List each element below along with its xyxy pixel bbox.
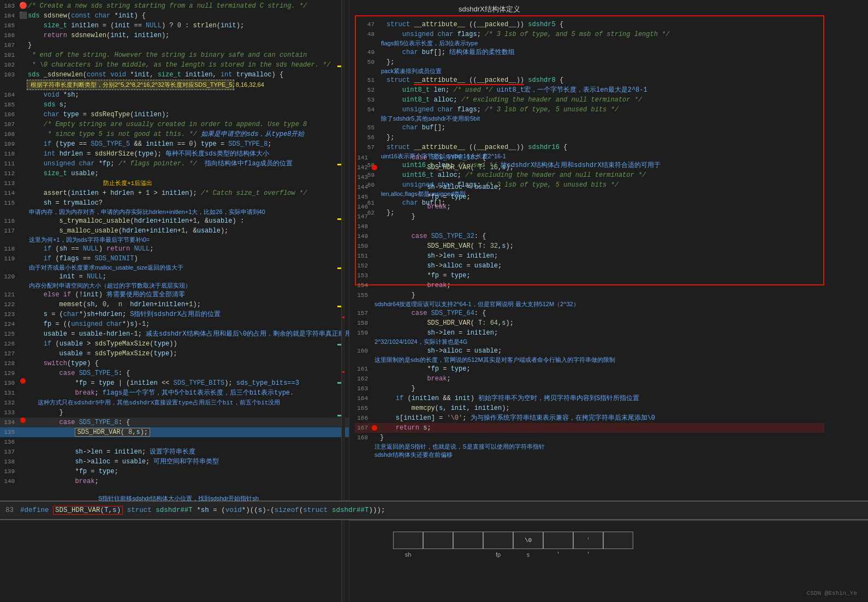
line-num-124: 124: [0, 319, 19, 329]
code-line-130: 130 *fp = type | (initlen << SDS_TYPE_BI…: [0, 378, 349, 388]
code-line-101: 101 * end of the string. However the str…: [0, 50, 349, 60]
rline-159: 159 sh->len = initlen;: [355, 328, 824, 338]
memory-diagram: \0 ' sh fp s ' ': [349, 520, 868, 602]
rgutter-55: [378, 123, 384, 133]
line-num-140: 140: [0, 476, 19, 486]
rcontent-48: unsigned char flags; /* 3 lsb of type, a…: [384, 29, 818, 39]
yellow-mark-1: [337, 65, 341, 67]
rgutter-57: [378, 142, 384, 152]
rnum-56: 56: [361, 133, 378, 142]
code-line-132: 132 这种方式只在sdshdr5中用，其他sdshdrX直接设置type占用后…: [0, 398, 349, 408]
code-line-i186: 186 char type = sdsReqType(initlen);: [0, 110, 349, 120]
code-content-123: s = (char*)sh+hdrlen; S指针到sdshdrX占用后的位置: [27, 309, 349, 319]
code-line-118: 118 if (sh == NULL) return NULL;: [0, 244, 349, 254]
rnum-53: 53: [361, 95, 378, 105]
code-content-116: s_trymalloc_usable(hdrlen+initlen+1, &us…: [27, 216, 349, 226]
rcontent-168: }: [378, 433, 824, 443]
line-num-118: 118: [0, 244, 19, 254]
label-tick1: ': [543, 551, 573, 558]
code-line-117: 117 s_malloc_usable(hdrlen+initlen+1, &u…: [0, 226, 349, 236]
rcontent-164: if (initlen && init) 初始字符串不为空时，拷贝字符串内容到S…: [378, 394, 824, 403]
code-content-185: size_t initlen = (init == NULL) ? 0 : st…: [27, 21, 349, 31]
rcontent-161: *fp = type;: [378, 364, 824, 374]
rcontent-149: case SDS_TYPE_32: {: [378, 231, 824, 241]
rgutter-168: [371, 433, 378, 443]
code-line-i185: 185 sds s;: [0, 100, 349, 110]
code-line-127: 127 usable = sdsTypeMaxSize(type);: [0, 349, 349, 359]
line-num-138: 138: [0, 457, 19, 467]
rgutter-48: [378, 29, 384, 39]
code-line-113: 113 防止长度+1后溢出: [0, 178, 349, 188]
code-content-110: int hdrlen = sdsHdrSize(type); 每种不同长度sds…: [27, 149, 349, 159]
rcontent-162: break;: [378, 374, 824, 384]
gutter-134: [19, 418, 27, 423]
code-line-121: 121 else if (!init) 将需要使用的位置全部清零: [0, 290, 349, 300]
label-s: s: [513, 551, 543, 558]
teal-mark-2: [337, 382, 341, 384]
line-num-111: 111: [0, 159, 19, 169]
rline-50: 50 };: [361, 57, 818, 67]
line-num-113: 113: [0, 178, 19, 188]
code-content-137: sh->len = initlen; 设置字符串长度: [27, 447, 349, 457]
code-line-103: 103 sds _sdsnewlen(const void *init, siz…: [0, 70, 349, 80]
rgutter-158: [371, 318, 378, 328]
code-content-138: sh->alloc = usable; 可用空间和字符串类型: [27, 457, 349, 467]
rcontent-147: }: [378, 212, 824, 222]
line-num-101: 101: [0, 50, 19, 60]
code-line-129: 129 case SDS_TYPE_5: {: [0, 368, 349, 378]
rgutter-152: [371, 261, 378, 271]
code-line-115: 115 sh = trymalloc?: [0, 198, 349, 208]
line-num-133: 133: [0, 408, 19, 418]
annotation-64bit: sdshdr64按道理应该可以支持2^64-1，但是官网说明 最大支持512M（…: [374, 300, 824, 308]
rnum-143: 143: [355, 172, 371, 182]
code-line-183: 183 🔴 /* Create a new sds string startin…: [0, 1, 349, 11]
code-content-129: case SDS_TYPE_5: {: [27, 368, 349, 378]
line-num-112: 112: [0, 169, 19, 178]
rnum-145: 145: [355, 192, 371, 202]
code-line-137: 137 sh->len = initlen; 设置字符串长度: [0, 447, 349, 457]
code-content-130: *fp = type | (initlen << SDS_TYPE_BITS);…: [27, 378, 349, 388]
rline-149: 149 case SDS_TYPE_32: {: [355, 231, 824, 241]
rcontent-165: memcpy(s, init, initlen);: [378, 403, 824, 413]
rcontent-160: sh->alloc = usable;: [378, 346, 824, 356]
rcontent-158: SDS_HDR_VAR( T: 64,s);: [378, 318, 824, 328]
rgutter-51: [378, 75, 384, 85]
rcontent-143: [378, 172, 824, 182]
ruler-mark-2: [342, 371, 344, 373]
code-content-108: * since type 5 is not good at this. */ 如…: [27, 129, 349, 139]
code-content-113: 防止长度+1后溢出: [27, 178, 349, 188]
line-num-110: 110: [0, 149, 19, 159]
mem-cell-empty1: [393, 532, 423, 549]
yellow-mark-5: [337, 306, 341, 307]
code-line-125: 125 usable = usable-hdrlen-1; 减去sdshdrX结…: [0, 329, 349, 339]
rgutter-56: [378, 133, 384, 142]
line-num-136: 136: [0, 437, 19, 447]
code-line-134: 134 case SDS_TYPE_8: {: [0, 418, 349, 427]
label-fp: fp: [483, 551, 513, 558]
rcontent-50: };: [384, 57, 818, 67]
code-line-187: 187 }: [0, 40, 349, 50]
rcontent-163: }: [378, 384, 824, 394]
rnum-142: 142: [355, 163, 371, 172]
memory-labels: sh fp s ' ': [393, 551, 868, 558]
rcontent-157: case SDS_TYPE_64: {: [378, 308, 824, 318]
line-num-127: 127: [0, 349, 19, 359]
line-num-114: 114: [0, 188, 19, 198]
code-content-135: SDS_HDR_VAR( 8,s);: [27, 427, 349, 437]
rline-157: 157 case SDS_TYPE_64: {: [355, 308, 824, 318]
line-num-186: 186: [0, 31, 19, 40]
code-content-118: if (sh == NULL) return NULL;: [27, 244, 349, 254]
rgutter-154: [371, 281, 378, 290]
rnum-160: 160: [355, 346, 371, 356]
rline-162: 162 break;: [355, 374, 824, 384]
code-content-125: usable = usable-hdrlen-1; 减去sdshdrX结构体占用…: [27, 329, 349, 339]
rnum-51: 51: [361, 75, 378, 85]
rnum-164: 164: [355, 394, 371, 403]
annotation-sdshdr-ahead: sdshdr结构体失还要在前偏移: [374, 451, 824, 459]
rnum-57: 57: [361, 142, 378, 152]
mem-cell-empty5: [543, 532, 573, 549]
yellow-mark-2: [337, 164, 341, 165]
code-content-128: switch(type) {: [27, 359, 349, 368]
rgutter-163: [371, 384, 378, 394]
rnum-154: 154: [355, 281, 371, 290]
